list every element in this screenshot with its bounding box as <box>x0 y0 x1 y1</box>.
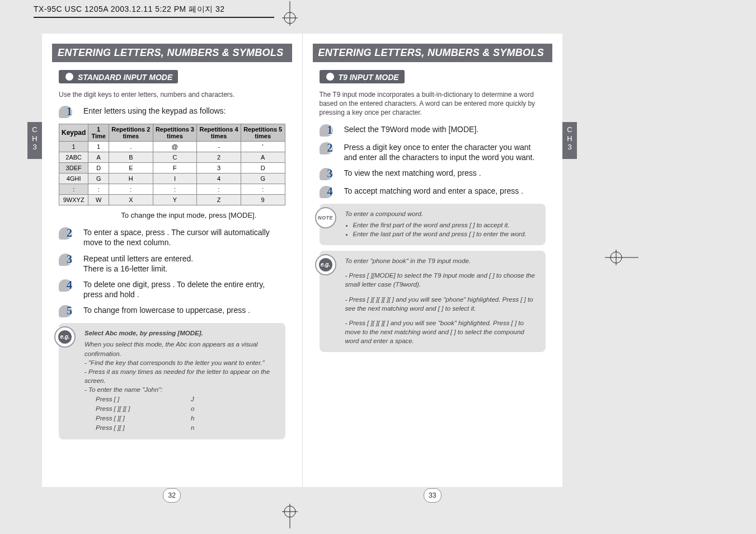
note-title: To enter a compound word. <box>345 209 538 218</box>
step-number-icon: 3 <box>59 254 83 266</box>
t9-step-2-text: Press a digit key once to enter the char… <box>344 142 546 162</box>
mode-change-text: To change the input mode, press [MODE]. <box>121 211 256 219</box>
document-job-header: TX-95C USC 1205A 2003.12.11 5:22 PM 페이지 … <box>34 4 274 18</box>
t9-example-para: - Press [ ][ ][ ][ ][ ] and you will see… <box>345 295 538 313</box>
example-line: - To enter the name "John": <box>84 385 278 394</box>
step-number-icon: 1 <box>320 124 344 137</box>
sub-header-standard-input: STANDARD INPUT MODE <box>59 70 178 83</box>
t9-example-title: To enter "phone book" in the T9 input mo… <box>345 256 538 265</box>
note-item: Enter the last part of the word and pres… <box>353 229 538 238</box>
example-title: Select Abc mode, by pressing [MODE]. <box>84 329 278 338</box>
section-title: ENTERING LETTERS, NUMBERS & SYMBOLS <box>313 44 553 62</box>
t9-example-para: - Press [ ][ ][ ][ ] and you will see "b… <box>345 318 538 345</box>
crop-mark-icon <box>605 246 638 269</box>
step-number-icon: 1 <box>59 106 83 118</box>
crop-mark-icon <box>279 504 301 528</box>
example-line: - "Find the key that corresponds to the … <box>84 358 278 367</box>
example-box-t9: e.g. To enter "phone book" in the T9 inp… <box>320 251 546 352</box>
step-2: 2 To enter a space, press . The cursor w… <box>59 227 285 247</box>
th-3times: Repetitions 3 times <box>153 124 197 142</box>
crop-mark-icon <box>279 1 301 26</box>
keypad-reference-table: Keypad 1 Time Repetitions 2 times Repeti… <box>59 124 285 205</box>
note-badge-icon: NOTE <box>315 207 336 228</box>
t9-step-3-text: To view the next matching word, press . <box>344 168 546 178</box>
th-1time: 1 Time <box>88 124 109 142</box>
table-row: 11.@-' <box>59 142 285 152</box>
example-badge-icon: e.g. <box>315 254 336 275</box>
example-row: Press [ ][ ][ ]o <box>96 404 278 413</box>
table-row: :::::: <box>59 184 285 195</box>
step-number-icon: 3 <box>320 168 344 180</box>
example-box: e.g. Select Abc mode, by pressing [MODE]… <box>59 323 285 439</box>
example-row: Press [ ]J <box>96 395 278 404</box>
t9-example-para: - Press [ ][MODE] to select the T9 input… <box>345 271 538 289</box>
table-row: 4GHIGHI4G <box>59 174 285 184</box>
step-2-text: To enter a space, press . The cursor wil… <box>83 227 285 247</box>
th-5times: Repetitions 5 times <box>241 124 285 142</box>
note-item: Enter the first part of the word and pre… <box>353 221 538 229</box>
note-box: NOTE To enter a compound word. Enter the… <box>320 204 546 245</box>
table-row: 2ABCABC2A <box>59 152 285 163</box>
example-line: - Press it as many times as needed for t… <box>84 367 278 385</box>
step-1-text: Enter letters using the keypad as follow… <box>83 106 285 116</box>
t9-step-3: 3 To view the next matching word, press … <box>320 168 546 180</box>
step-number-icon: 2 <box>320 142 344 154</box>
sub-header-t9: T9 INPUT MODE <box>320 70 405 83</box>
example-row: Press [ ][ ]h <box>96 414 278 423</box>
page-number: 32 <box>163 488 181 503</box>
step-4: 4 To delete one digit, press . To delete… <box>59 279 285 299</box>
step-3-text: Repeat until letters are entered. There … <box>83 254 285 274</box>
header-rule <box>34 17 274 18</box>
job-line: TX-95C USC 1205A 2003.12.11 5:22 PM 페이지 … <box>34 4 225 13</box>
t9-step-1: 1 Select the T9Word mode with [MODE]. <box>320 124 546 137</box>
th-keypad: Keypad <box>59 124 88 142</box>
t9-step-2: 2 Press a digit key once to enter the ch… <box>320 142 546 162</box>
step-5-text: To change from lowercase to uppercase, p… <box>83 305 285 315</box>
chapter-tab-left: CH3 <box>27 122 42 159</box>
step-3: 3 Repeat until letters are entered. Ther… <box>59 254 285 274</box>
th-4times: Repetitions 4 times <box>197 124 241 142</box>
chapter-tab-right: CH3 <box>562 122 577 159</box>
step-1: 1 Enter letters using the keypad as foll… <box>59 106 285 118</box>
manual-spread: ENTERING LETTERS, NUMBERS & SYMBOLS STAN… <box>42 34 562 487</box>
t9-step-4-text: To accept matching word and enter a spac… <box>344 186 546 196</box>
table-row: 9WXYZWXYZ9 <box>59 195 285 205</box>
table-row: 3DEFDEF3D <box>59 163 285 174</box>
mode-change-line: To change the input mode, press [MODE]. <box>92 211 285 219</box>
t9-step-1-text: Select the T9Word mode with [MODE]. <box>344 124 546 134</box>
example-row: Press [ ][ ]n <box>96 423 278 432</box>
step-number-icon: 5 <box>59 305 83 317</box>
step-4-text: To delete one digit, press . To delete t… <box>83 279 285 299</box>
step-5: 5 To change from lowercase to uppercase,… <box>59 305 285 317</box>
step-number-icon: 4 <box>320 186 344 198</box>
section-title: ENTERING LETTERS, NUMBERS & SYMBOLS <box>52 44 292 62</box>
step-number-icon: 4 <box>59 279 83 292</box>
example-para: When you select this mode, the Abc icon … <box>84 340 278 358</box>
page-32: ENTERING LETTERS, NUMBERS & SYMBOLS STAN… <box>42 34 303 487</box>
step-number-icon: 2 <box>59 227 83 240</box>
page-number: 33 <box>424 488 442 503</box>
t9-step-4: 4 To accept matching word and enter a sp… <box>320 186 546 198</box>
example-badge-icon: e.g. <box>54 326 76 348</box>
page-33: ENTERING LETTERS, NUMBERS & SYMBOLS T9 I… <box>303 34 563 487</box>
intro-text: Use the digit keys to enter letters, num… <box>59 90 285 99</box>
t9-intro: The T9 input mode incorporates a built-i… <box>320 90 546 118</box>
th-2times: Repetitions 2 times <box>109 124 153 142</box>
